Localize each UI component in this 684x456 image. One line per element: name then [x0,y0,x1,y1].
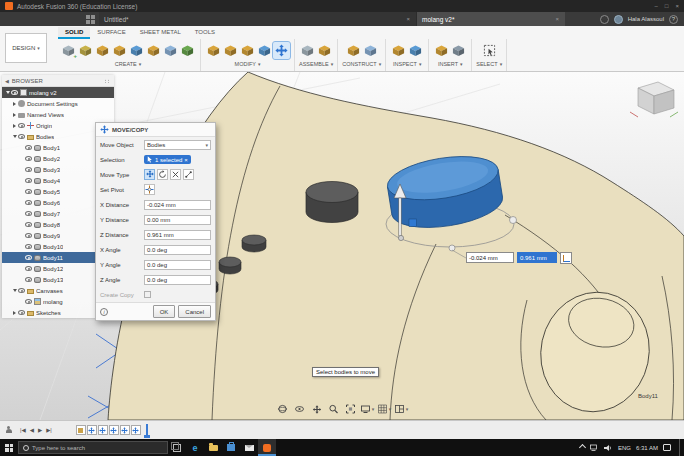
shell-icon[interactable] [239,42,256,59]
file-explorer-icon[interactable] [204,439,222,456]
show-desktop-button[interactable] [679,439,684,456]
language-indicator[interactable]: ENG [618,445,631,451]
cancel-button[interactable]: Cancel [178,305,211,318]
visibility-eye-icon[interactable] [25,200,32,205]
visibility-eye-icon[interactable] [25,266,32,271]
z-angle-input[interactable]: 0.0 deg [144,275,211,285]
ribbon-group-dropdown-create[interactable]: CREATE▾ [115,61,141,67]
close-button[interactable]: × [675,3,679,9]
section-analysis-icon[interactable] [407,42,424,59]
visibility-eye-icon[interactable] [25,277,32,282]
offset-plane-icon[interactable] [345,42,362,59]
move-type-free-button[interactable] [170,169,181,180]
tab-surface[interactable]: SURFACE [90,27,132,39]
chevron-right-icon[interactable] [11,311,18,315]
visibility-eye-icon[interactable] [25,145,32,150]
visibility-eye-icon[interactable] [25,189,32,194]
ribbon-group-dropdown-modify[interactable]: MODIFY▾ [235,61,261,67]
ribbon-group-dropdown-select[interactable]: SELECT▾ [476,61,502,67]
fit-icon[interactable] [344,402,358,415]
workspace-selector[interactable]: DESIGN ▾ [5,33,47,63]
selection-chip[interactable]: 1 selected × [144,155,191,164]
maximize-button[interactable]: □ [665,3,669,9]
timeline-playback-button-2[interactable]: ▶ [36,427,44,433]
tab-tools[interactable]: TOOLS [188,27,222,39]
network-icon[interactable] [590,444,599,452]
browser-item-molang-v2[interactable]: molang v2 [2,87,114,98]
revolve-icon[interactable] [111,42,128,59]
tab-solid[interactable]: SOLID [58,27,90,39]
fillet-icon[interactable] [222,42,239,59]
ribbon-group-dropdown-assemble[interactable]: ASSEMBLE▾ [299,61,333,67]
store-icon[interactable] [222,439,240,456]
timeline-move-feature[interactable] [109,425,119,435]
visibility-eye-icon[interactable] [25,255,32,260]
help-icon[interactable]: ? [669,15,678,24]
y-distance-input[interactable]: 0.00 mm [144,215,211,225]
visibility-eye-icon[interactable] [25,211,32,216]
new-component-icon[interactable]: + [60,42,77,59]
document-tab-untitled[interactable]: Untitled* × [99,12,417,26]
chevron-down-icon[interactable] [4,91,11,94]
move-type-rotate-button[interactable] [157,169,168,180]
dialog-header[interactable]: MOVE/COPY [96,123,215,137]
chevron-right-icon[interactable] [11,113,18,117]
timeline-playback-button-0[interactable]: |◀ [18,427,28,433]
x-distance-input[interactable]: -0.024 mm [144,200,211,210]
action-center-icon[interactable] [663,444,671,451]
visibility-eye-icon[interactable] [25,299,32,304]
assemble-new-component-icon[interactable] [299,42,316,59]
visibility-eye-icon[interactable] [25,233,32,238]
tab-sheet-metal[interactable]: SHEET METAL [133,27,188,39]
timeline-sketch-feature[interactable] [76,425,86,435]
fusion360-taskbar-icon[interactable] [258,439,276,456]
measure-icon[interactable] [390,42,407,59]
visibility-eye-icon[interactable] [25,178,32,183]
visibility-eye-icon[interactable] [25,244,32,249]
close-tab-icon[interactable]: × [554,16,560,22]
construct-axis-icon[interactable] [362,42,379,59]
drag-handle-icon[interactable] [104,79,111,83]
x-distance-inline-input[interactable]: -0.024 mm [466,252,514,263]
start-button[interactable] [0,439,18,456]
ring-handle[interactable] [510,217,517,224]
visibility-eye-icon[interactable] [25,167,32,172]
chevron-down-icon[interactable] [11,135,18,138]
x-angle-input[interactable]: 0.0 deg [144,245,211,255]
pan-icon[interactable] [310,402,324,415]
extrude-icon[interactable] [94,42,111,59]
ribbon-group-dropdown-insert[interactable]: INSERT▾ [438,61,463,67]
visibility-eye-icon[interactable] [18,123,25,128]
visibility-eye-icon[interactable] [18,310,25,315]
timeline-move-feature[interactable] [87,425,97,435]
minimize-button[interactable]: – [655,3,658,9]
ok-button[interactable]: OK [153,305,176,318]
create-sketch-icon[interactable] [77,42,94,59]
task-view-button[interactable] [168,439,186,456]
primitive-cylinder-icon[interactable] [162,42,179,59]
chevron-right-icon[interactable] [11,102,18,106]
timeline-move-feature[interactable] [131,425,141,435]
clock[interactable]: 6:31 AM [636,445,658,451]
volume-icon[interactable] [604,444,613,452]
people-icon[interactable] [4,426,13,435]
visibility-eye-icon[interactable] [25,222,32,227]
display-settings-icon[interactable]: ▾ [361,402,375,415]
edge-icon[interactable]: e [186,439,204,456]
decal-icon[interactable] [433,42,450,59]
ribbon-group-dropdown-construct[interactable]: CONSTRUCT▾ [342,61,381,67]
chevron-down-icon[interactable] [11,289,18,292]
timeline-playback-button-1[interactable]: ◀ [28,427,36,433]
move-object-select[interactable]: Bodies ▾ [144,140,211,150]
visibility-eye-icon[interactable] [18,134,25,139]
search-input[interactable]: Type here to search [18,441,168,454]
combine-icon[interactable] [256,42,273,59]
set-pivot-button[interactable] [144,184,155,195]
visibility-eye-icon[interactable] [25,156,32,161]
browser-item-document-settings[interactable]: Document Settings [2,98,114,109]
close-tab-icon[interactable]: × [405,16,411,22]
job-status-icon[interactable] [600,15,609,24]
z-distance-inline-input[interactable]: 0.961 mm [517,252,557,263]
browser-item-named-views[interactable]: Named Views [2,109,114,120]
orbit-icon[interactable] [276,402,290,415]
